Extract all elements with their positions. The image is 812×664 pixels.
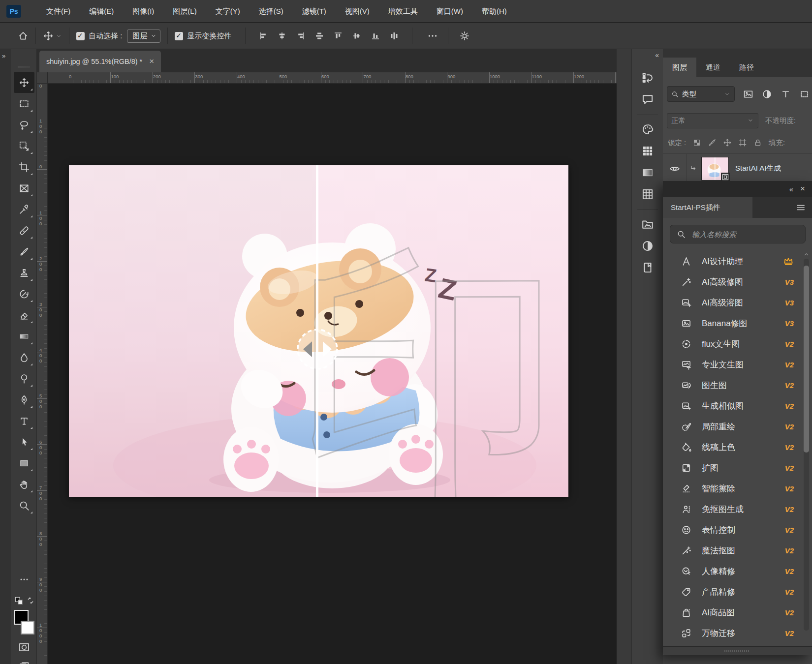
filter-type-layers[interactable] [781, 89, 791, 99]
filter-pixel-layers[interactable] [743, 89, 753, 99]
plugin-item[interactable]: AI设计助理 [663, 251, 801, 272]
healing-brush-tool[interactable] [14, 220, 34, 241]
layer-visibility-eye-icon[interactable] [669, 163, 680, 174]
gradients-panel[interactable] [641, 166, 654, 179]
close-tab-icon[interactable]: × [149, 57, 154, 66]
filter-adjustment-layers[interactable] [762, 89, 772, 99]
align-horizontal-center[interactable] [277, 31, 287, 41]
plugin-item[interactable]: flux文生图 V2 [663, 333, 801, 354]
panel-resize-handle[interactable] [663, 646, 812, 655]
lasso-tool[interactable] [14, 114, 34, 135]
filter-shape-layers[interactable] [799, 89, 810, 99]
panel-tab[interactable]: 图层 [663, 58, 696, 77]
menu-item[interactable]: 视图(V) [336, 0, 379, 23]
align-left[interactable] [258, 31, 268, 41]
menu-item[interactable]: 窗口(W) [427, 0, 472, 23]
plugin-item[interactable]: 线稿上色 V2 [663, 437, 801, 457]
align-bottom[interactable] [371, 31, 380, 41]
plugin-item[interactable]: 扩图 V2 [663, 457, 801, 478]
comments-panel[interactable] [641, 93, 654, 106]
color-panel[interactable] [641, 123, 654, 136]
plugin-item[interactable]: 万物迁移 V2 [663, 623, 801, 643]
collapse-panel-icon[interactable]: « [789, 185, 792, 193]
plugin-tab[interactable]: StartAI-PS插件 [663, 197, 752, 218]
settings-gear-icon[interactable] [459, 30, 470, 41]
vertical-ruler[interactable]: 2 0 01 0 001 0 02 0 03 0 04 0 05 0 06 0 … [37, 84, 48, 664]
compare-slider-button[interactable] [298, 330, 337, 369]
home-icon[interactable] [18, 30, 29, 41]
layer-name[interactable]: StartAI AI生成 [735, 164, 781, 173]
distribute-vertical[interactable] [389, 31, 399, 41]
clone-stamp-tool[interactable] [14, 262, 34, 283]
dodge-tool[interactable] [14, 368, 34, 389]
plugin-item[interactable]: 局部重绘 V2 [663, 416, 801, 437]
plugin-item[interactable]: 免抠图生成 V2 [663, 499, 801, 519]
default-colors-icon[interactable] [14, 595, 25, 606]
plugin-item[interactable]: 表情控制 V2 [663, 519, 801, 540]
layer-thumbnail[interactable] [701, 157, 729, 181]
gradient-tool[interactable] [14, 326, 34, 347]
path-selection-tool[interactable] [14, 431, 34, 453]
move-tool[interactable] [14, 72, 34, 93]
hand-tool[interactable] [14, 474, 34, 495]
object-selection-tool[interactable] [14, 135, 34, 156]
document-tab[interactable]: shuiyin.jpg @ 55.1%(RGB/8) * × [39, 51, 161, 72]
align-vertical-center[interactable] [352, 31, 362, 41]
plugin-search-input[interactable] [692, 230, 785, 239]
screen-mode-icon[interactable] [18, 660, 30, 664]
plugin-item[interactable]: AI高级溶图 V3 [663, 292, 801, 313]
scroll-down-icon[interactable] [810, 633, 812, 639]
edit-toolbar-icon[interactable] [19, 574, 29, 584]
lock-position[interactable] [723, 138, 732, 147]
plugin-item[interactable]: 生成相似图 V2 [663, 395, 801, 416]
scrollbar-track[interactable] [804, 259, 809, 631]
more-options-icon[interactable] [427, 30, 438, 41]
menu-item[interactable]: 编辑(E) [80, 0, 123, 23]
history-panel[interactable] [641, 71, 654, 84]
layer-row[interactable]: StartAI AI生成 [663, 153, 812, 183]
plugin-scrollbar[interactable] [803, 251, 810, 639]
blend-mode-dropdown[interactable]: 正常 [667, 113, 758, 128]
toolbar-grip[interactable] [18, 66, 30, 67]
frame-tool[interactable] [14, 178, 34, 199]
eraser-tool[interactable] [14, 304, 34, 326]
layer-filter-type-dropdown[interactable]: 类型 [667, 86, 735, 102]
plugin-item[interactable]: 魔法抠图 V2 [663, 540, 801, 561]
horizontal-ruler[interactable]: 0100200300400500600700800900100011001200 [48, 72, 617, 84]
libraries-panel[interactable] [641, 218, 654, 231]
panel-tab[interactable]: 通道 [696, 58, 730, 77]
plugin-item[interactable]: 图生图 V2 [663, 375, 801, 395]
lock-image-pixels[interactable] [708, 138, 717, 147]
menu-item[interactable]: 图像(I) [123, 0, 163, 23]
plugin-item[interactable]: 产品精修 V2 [663, 581, 801, 602]
close-panel-icon[interactable]: × [800, 184, 805, 194]
align-top[interactable] [333, 31, 343, 41]
pen-tool[interactable] [14, 389, 34, 410]
menu-item[interactable]: 选择(S) [250, 0, 293, 23]
panel-tab[interactable]: 路径 [730, 58, 763, 77]
type-tool[interactable] [14, 410, 34, 431]
patterns-panel[interactable] [641, 188, 654, 201]
swap-colors-icon[interactable] [27, 597, 34, 604]
collapse-dock-icon[interactable]: « [632, 49, 663, 60]
expand-panel-icon[interactable]: » [2, 52, 11, 60]
plugin-item[interactable]: Banana修图 V3 [663, 313, 801, 333]
lock-all[interactable] [753, 138, 762, 147]
plugin-item[interactable]: 人像精修 V2 [663, 561, 801, 581]
marquee-tool[interactable] [14, 93, 34, 114]
menu-item[interactable]: 增效工具 [379, 0, 427, 23]
menu-item[interactable]: 滤镜(T) [293, 0, 336, 23]
show-transform-checkbox[interactable] [175, 32, 183, 40]
distribute-horizontal[interactable] [314, 31, 324, 41]
plugin-item[interactable]: AI高级修图 V3 [663, 272, 801, 292]
shape-tool[interactable] [14, 453, 34, 474]
menu-item[interactable]: 图层(L) [163, 0, 206, 23]
quick-mask-icon[interactable] [18, 641, 30, 653]
panel-menu-icon[interactable] [795, 202, 806, 213]
lock-artboard[interactable] [738, 138, 747, 147]
lock-transparent-pixels[interactable] [692, 138, 701, 147]
zoom-tool[interactable] [14, 495, 34, 516]
styles-panel[interactable] [641, 261, 654, 274]
history-brush-tool[interactable] [14, 283, 34, 304]
plugin-search-box[interactable] [670, 225, 806, 243]
